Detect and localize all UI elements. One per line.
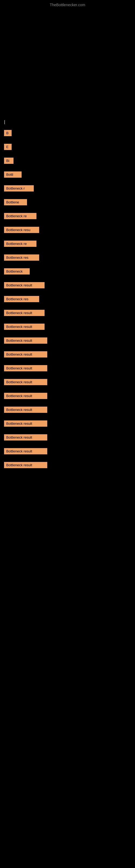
bottleneck-result-badge[interactable]: Bottleneck result xyxy=(4,337,47,344)
result-row[interactable]: Bottleneck result xyxy=(4,310,131,320)
result-row[interactable]: Bottleneck re xyxy=(4,241,131,251)
bottleneck-result-badge[interactable]: Bottleneck re xyxy=(4,213,37,219)
bottleneck-result-badge[interactable]: Bottleneck xyxy=(4,268,30,275)
bottleneck-result-badge[interactable]: E xyxy=(4,144,12,150)
bottleneck-result-badge[interactable]: Bottleneck result xyxy=(4,448,47,454)
result-row[interactable]: Bottleneck res xyxy=(4,296,131,307)
bottleneck-result-badge[interactable]: Bottleneck result xyxy=(4,351,47,358)
bottleneck-result-badge[interactable]: Bottleneck result xyxy=(4,310,45,316)
main-content: | BEBiBottlBottleneck rBottleneBottlenec… xyxy=(0,8,135,478)
bottleneck-result-badge[interactable]: Bottleneck result xyxy=(4,462,47,468)
result-row[interactable]: Bottleneck res xyxy=(4,254,131,265)
bottleneck-result-badge[interactable]: Bi xyxy=(4,158,13,164)
result-row[interactable]: Bottleneck result xyxy=(4,407,131,417)
result-row[interactable]: Bottleneck resu xyxy=(4,227,131,237)
result-row[interactable]: Bi xyxy=(4,158,131,168)
result-row[interactable]: Bottleneck result xyxy=(4,421,131,431)
result-row[interactable]: Bottlene xyxy=(4,199,131,210)
bottleneck-result-badge[interactable]: Bottleneck result xyxy=(4,421,47,427)
result-row[interactable]: Bottleneck re xyxy=(4,213,131,223)
results-list: BEBiBottlBottleneck rBottleneBottleneck … xyxy=(4,130,131,472)
result-row[interactable]: Bottleneck xyxy=(4,268,131,279)
bottleneck-result-badge[interactable]: Bottleneck res xyxy=(4,296,39,302)
cursor-indicator: | xyxy=(4,120,131,124)
result-row[interactable]: Bottleneck r xyxy=(4,185,131,196)
result-row[interactable]: Bottleneck result xyxy=(4,337,131,348)
result-row[interactable]: Bottleneck result xyxy=(4,448,131,459)
result-row[interactable]: Bottleneck result xyxy=(4,393,131,403)
result-row[interactable]: Bottleneck result xyxy=(4,351,131,362)
bottleneck-result-badge[interactable]: Bottleneck result xyxy=(4,282,45,288)
bottleneck-result-badge[interactable]: Bottleneck result xyxy=(4,379,47,385)
bottleneck-result-badge[interactable]: Bottleneck result xyxy=(4,434,47,440)
result-row[interactable]: B xyxy=(4,130,131,141)
result-row[interactable]: Bottl xyxy=(4,172,131,182)
site-title: TheBottlenecker.com xyxy=(0,0,135,8)
result-row[interactable]: E xyxy=(4,144,131,154)
bottleneck-result-badge[interactable]: Bottleneck result xyxy=(4,365,47,371)
bottleneck-result-badge[interactable]: Bottleneck res xyxy=(4,254,39,261)
result-row[interactable]: Bottleneck result xyxy=(4,365,131,376)
bottleneck-result-badge[interactable]: Bottl xyxy=(4,172,21,178)
result-row[interactable]: Bottleneck result xyxy=(4,462,131,472)
result-row[interactable]: Bottleneck result xyxy=(4,379,131,390)
bottleneck-result-badge[interactable]: Bottleneck re xyxy=(4,241,37,247)
bottleneck-result-badge[interactable]: Bottleneck result xyxy=(4,393,47,399)
result-row[interactable]: Bottleneck result xyxy=(4,323,131,334)
result-row[interactable]: Bottleneck result xyxy=(4,434,131,445)
bottleneck-result-badge[interactable]: Bottlene xyxy=(4,199,27,205)
bottleneck-result-badge[interactable]: B xyxy=(4,130,12,136)
bottleneck-result-badge[interactable]: Bottleneck resu xyxy=(4,227,39,233)
bottleneck-result-badge[interactable]: Bottleneck r xyxy=(4,185,34,191)
result-row[interactable]: Bottleneck result xyxy=(4,282,131,293)
bottleneck-result-badge[interactable]: Bottleneck result xyxy=(4,407,47,413)
bottleneck-result-badge[interactable]: Bottleneck result xyxy=(4,323,45,330)
